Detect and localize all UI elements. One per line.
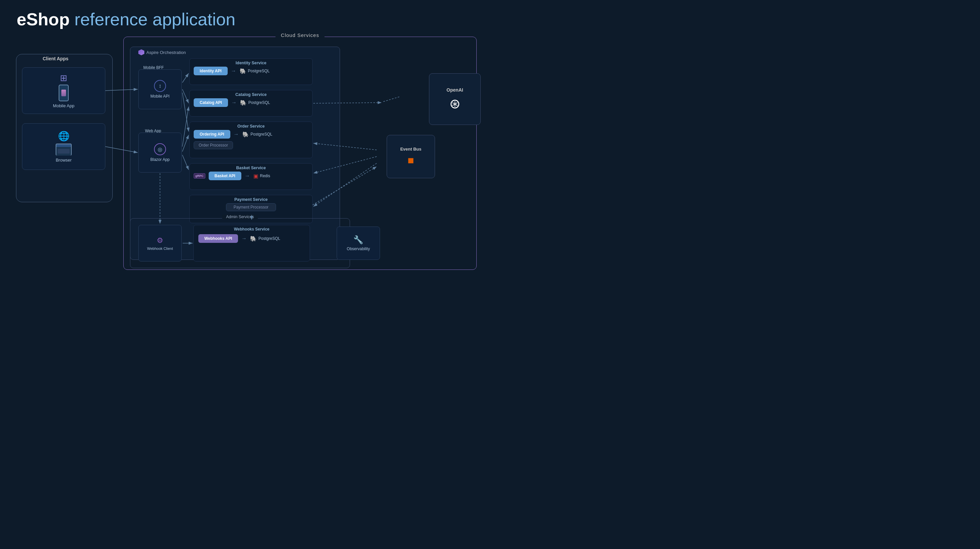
openai-icon: ⊛: [449, 96, 461, 111]
webhooks-pg-tag: 🐘 PostgreSQL: [250, 235, 280, 242]
order-service-box: Order Service Ordering API → 🐘 PostgreSQ…: [189, 122, 313, 158]
openai-box: OpenAI ⊛: [429, 73, 480, 125]
title-rest: reference application: [70, 10, 235, 29]
event-bus-box: Event Bus ■: [387, 135, 435, 178]
mobile-api-card: ↕ Mobile API: [138, 69, 182, 109]
ordering-api-pill: Ordering API: [194, 130, 230, 139]
browser-icon: [56, 144, 72, 155]
redis-icon: ▣: [253, 173, 258, 179]
cloud-services-label: Cloud Services: [276, 32, 325, 38]
identity-api-pill: Identity API: [194, 67, 228, 75]
identity-service-title: Identity Service: [190, 59, 312, 65]
basket-redis-tag: ▣ Redis: [253, 173, 270, 179]
order-processor-row: Order Processor: [190, 140, 312, 151]
page-title: eShop reference application: [17, 10, 235, 29]
webhooks-service-box: Webhooks Service Webhooks API → 🐘 Postgr…: [193, 225, 310, 262]
order-processor-pill: Order Processor: [194, 141, 233, 149]
identity-pg-tag: 🐘 PostgreSQL: [240, 68, 270, 74]
webhooks-service-title: Webhooks Service: [194, 225, 310, 232]
event-bus-label: Event Bus: [400, 147, 422, 152]
catalog-api-pill: Catalog API: [194, 98, 228, 107]
aspire-label: Aspire Orchestration: [138, 49, 186, 55]
webhook-client-label: Webhook Client: [147, 246, 173, 251]
basket-service-box: Basket Service gRPC Basket API → ▣ Redis: [189, 163, 313, 190]
postgres-icon-catalog: 🐘: [240, 100, 247, 106]
basket-service-title: Basket Service: [190, 163, 312, 170]
grpc-badge: gRPC: [194, 173, 205, 179]
order-api-row: Ordering API → 🐘 PostgreSQL: [190, 129, 312, 140]
webhook-client-box: ⚙ Webhook Client: [138, 225, 182, 262]
blazor-label: Blazor App: [150, 157, 170, 162]
mobile-app-label: Mobile App: [53, 103, 74, 108]
postgres-icon-order: 🐘: [242, 131, 249, 138]
browser-label: Browser: [56, 157, 72, 163]
basket-api-pill: Basket API: [208, 171, 241, 180]
catalog-pg-tag: 🐘 PostgreSQL: [240, 100, 270, 106]
order-pg-tag: 🐘 PostgreSQL: [242, 131, 272, 138]
aspire-icon: [138, 49, 144, 55]
client-apps-label: Client Apps: [43, 56, 68, 61]
title-bold: eShop: [17, 10, 70, 29]
blazor-icon: ◎: [154, 143, 166, 155]
openai-label: OpenAI: [447, 87, 463, 93]
webhooks-service-row: Webhooks API → 🐘 PostgreSQL: [194, 232, 310, 246]
phone-icon: [59, 85, 68, 101]
payment-processor-pill: Payment Processor: [226, 203, 276, 211]
order-service-title: Order Service: [190, 122, 312, 129]
rabbitmq-icon: ■: [408, 154, 414, 167]
payment-processor-row: Payment Processor: [190, 202, 312, 213]
catalog-service-box: Catalog Service Catalog API → 🐘 PostgreS…: [189, 90, 313, 117]
catalog-service-title: Catalog Service: [190, 90, 312, 97]
mobile-api-label: Mobile API: [150, 94, 169, 98]
identity-service-row: Identity API → 🐘 PostgreSQL: [190, 65, 312, 77]
postgres-icon-webhooks: 🐘: [250, 235, 257, 242]
observability-label: Observability: [347, 246, 370, 251]
blazor-app-card: ◎ Blazor App: [138, 133, 182, 173]
postgres-icon: 🐘: [240, 68, 247, 74]
payment-service-title: Payment Service: [190, 195, 312, 202]
catalog-service-row: Catalog API → 🐘 PostgreSQL: [190, 97, 312, 108]
webhooks-api-pill: Webhooks API: [198, 234, 238, 243]
identity-service-box: Identity Service Identity API → 🐘 Postgr…: [189, 58, 313, 85]
mobile-api-icon: ↕: [154, 80, 166, 92]
browser-card: 🌐 Browser: [22, 123, 105, 170]
basket-service-row: gRPC Basket API → ▣ Redis: [190, 170, 312, 182]
admin-services-label: Admin Services: [222, 214, 258, 219]
observability-box: 🔧 Observability: [337, 227, 380, 260]
mobile-app-card: ⊞ Mobile App: [22, 67, 105, 114]
